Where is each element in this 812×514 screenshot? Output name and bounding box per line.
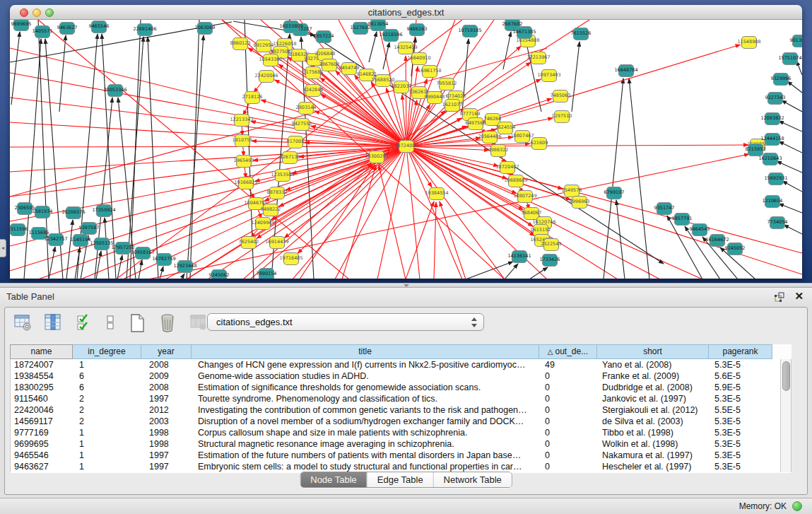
network-node[interactable]: 16961758 bbox=[418, 66, 441, 78]
network-edge-black[interactable] bbox=[139, 260, 142, 279]
network-node[interactable]: 621609 bbox=[531, 138, 548, 150]
network-node[interactable]: 8996963 bbox=[570, 197, 590, 209]
network-node[interactable]: 2803144 bbox=[296, 103, 317, 115]
column-header-short[interactable]: short bbox=[597, 344, 709, 359]
table-row[interactable]: 2242004622012Investigating the contribut… bbox=[11, 404, 780, 416]
network-edge-black[interactable] bbox=[95, 98, 112, 279]
network-node[interactable]: 1733426 bbox=[540, 255, 560, 267]
clear-selection-icon[interactable] bbox=[104, 312, 117, 333]
network-edge-black[interactable] bbox=[190, 20, 199, 279]
network-edge-black[interactable] bbox=[181, 274, 184, 279]
network-edge-red[interactable] bbox=[406, 146, 505, 279]
network-node[interactable]: 9857791 bbox=[672, 214, 693, 226]
network-node[interactable]: 19716485 bbox=[279, 253, 302, 265]
network-edge-black[interactable] bbox=[11, 32, 20, 105]
network-edge-black[interactable] bbox=[572, 42, 579, 112]
table-scrollbar[interactable] bbox=[780, 359, 792, 472]
network-node[interactable]: 1621077 bbox=[442, 100, 463, 112]
network-node[interactable]: 10973493 bbox=[537, 70, 560, 82]
network-node[interactable]: 22420046 bbox=[254, 71, 278, 83]
network-node[interactable]: 1297510 bbox=[552, 111, 572, 123]
network-node[interactable]: 9463627 bbox=[57, 23, 78, 35]
panel-splitter[interactable] bbox=[0, 283, 812, 288]
column-header-in_degree[interactable]: in_degree bbox=[73, 344, 141, 359]
table-row[interactable]: 1872400712008Changes of HCN gene express… bbox=[11, 359, 780, 370]
network-node[interactable]: 9699695 bbox=[11, 20, 32, 31]
table-row[interactable]: 946554611997Estimation of the future num… bbox=[11, 450, 780, 461]
network-node[interactable]: 12093832 bbox=[760, 113, 784, 125]
network-node[interactable]: 8860123 bbox=[230, 38, 251, 50]
table-row[interactable]: 977716911998Corpus callosum shape and si… bbox=[11, 427, 780, 438]
network-node[interactable]: 6497568 bbox=[466, 118, 486, 130]
network-node[interactable]: 7986322 bbox=[488, 145, 509, 157]
network-node[interactable]: 16210643 bbox=[758, 153, 782, 165]
network-node[interactable]: 9311596 bbox=[10, 224, 28, 236]
network-node[interactable]: 16640910 bbox=[407, 53, 430, 65]
network-node[interactable]: 7485063 bbox=[551, 90, 571, 103]
network-node[interactable]: 1405571 bbox=[33, 26, 53, 38]
delete-column-icon[interactable] bbox=[157, 312, 178, 333]
select-all-icon[interactable] bbox=[73, 312, 95, 333]
table-row[interactable]: 969969511998Structural magnetic resonanc… bbox=[11, 438, 780, 450]
create-column-icon[interactable] bbox=[126, 312, 148, 333]
delete-table-icon[interactable] bbox=[188, 312, 209, 333]
network-edge-black[interactable] bbox=[779, 204, 802, 213]
network-node[interactable]: 20053346 bbox=[103, 85, 126, 97]
network-node[interactable]: 1591934 bbox=[33, 206, 53, 218]
network-node[interactable]: 13505135 bbox=[90, 238, 113, 250]
network-node[interactable]: 11548908 bbox=[737, 37, 760, 49]
network-node[interactable]: 1145194 bbox=[71, 235, 91, 247]
column-header-year[interactable]: year bbox=[141, 344, 192, 359]
network-edge-black[interactable] bbox=[466, 262, 513, 279]
memory-ok-indicator[interactable] bbox=[792, 501, 802, 511]
table-row[interactable]: 1830029562008Estimation of significance … bbox=[11, 382, 780, 393]
network-node[interactable]: 1549576 bbox=[562, 185, 582, 197]
network-node[interactable]: 10688609 bbox=[504, 175, 527, 187]
network-edge-black[interactable] bbox=[779, 121, 802, 132]
table-settings-icon[interactable] bbox=[12, 312, 33, 333]
network-node[interactable]: 15751074 bbox=[778, 53, 801, 65]
network-node[interactable]: 10719185 bbox=[458, 25, 481, 37]
network-node[interactable]: 9486163 bbox=[407, 24, 428, 36]
table-selector-dropdown[interactable]: citations_edges.txt bbox=[207, 313, 484, 331]
network-node[interactable]: 1810755 bbox=[233, 135, 253, 147]
network-edge-black[interactable] bbox=[777, 161, 802, 173]
network-node[interactable]: 9013054 bbox=[790, 35, 802, 47]
network-node[interactable]: 8813054 bbox=[368, 20, 389, 31]
network-node[interactable]: 16914479 bbox=[265, 237, 288, 249]
network-node[interactable]: 9245052 bbox=[725, 243, 746, 255]
network-canvas[interactable]: 1830029519384554886012389129541522605898… bbox=[10, 20, 802, 279]
network-edge-black[interactable] bbox=[289, 20, 664, 264]
network-edge-black[interactable] bbox=[787, 81, 802, 93]
network-edge-black[interactable] bbox=[383, 42, 389, 69]
table-row[interactable]: 946362711997Embryonic stem cells: a mode… bbox=[11, 461, 780, 472]
network-edge-black[interactable] bbox=[59, 35, 66, 112]
network-edge-red[interactable] bbox=[10, 146, 406, 147]
network-graph[interactable]: 1830029519384554886012389129541522605898… bbox=[10, 20, 802, 279]
network-node[interactable]: 20206576 bbox=[61, 207, 85, 219]
column-header-name[interactable]: name bbox=[10, 344, 73, 359]
network-edge-black[interactable] bbox=[784, 225, 802, 234]
network-node[interactable]: 8878332 bbox=[267, 187, 288, 199]
network-node[interactable]: 7955812 bbox=[437, 78, 457, 90]
table-row[interactable]: 1938455462009Genome-wide association stu… bbox=[11, 370, 780, 382]
network-edge-black[interactable] bbox=[503, 32, 511, 69]
network-node[interactable]: 8215953 bbox=[746, 144, 766, 156]
network-edge-black[interactable] bbox=[616, 200, 625, 279]
network-edge-black[interactable] bbox=[782, 181, 802, 192]
network-node[interactable]: 3175685 bbox=[303, 67, 324, 79]
column-header-pagerank[interactable]: pagerank bbox=[709, 344, 772, 359]
tab-node-table[interactable]: Node Table bbox=[300, 472, 367, 487]
column-header-title[interactable]: title bbox=[192, 344, 539, 359]
network-edge-black[interactable] bbox=[505, 264, 518, 279]
close-panel-icon[interactable]: ✕ bbox=[794, 290, 804, 303]
network-node[interactable]: 7890154 bbox=[257, 269, 277, 279]
tab-network-table[interactable]: Network Table bbox=[434, 472, 512, 487]
column-header-out_degree[interactable]: △out_de... bbox=[539, 344, 597, 359]
network-node[interactable]: 12409949 bbox=[251, 218, 274, 230]
scrollbar-thumb[interactable] bbox=[782, 361, 790, 391]
float-panel-icon[interactable] bbox=[774, 291, 785, 303]
network-edge-red[interactable] bbox=[379, 165, 406, 279]
network-edge-black[interactable] bbox=[24, 39, 41, 279]
network-node[interactable]: 12923448 bbox=[173, 261, 196, 273]
